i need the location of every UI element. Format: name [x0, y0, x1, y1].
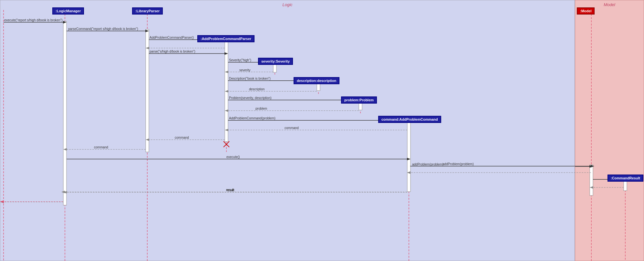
msg-result-return1-label: result: [226, 188, 234, 192]
model-svg: [575, 0, 644, 261]
diagram-svg: [0, 0, 575, 261]
svg-marker-52: [0, 201, 4, 203]
svg-rect-55: [590, 165, 593, 196]
msg-addpcp-label: AddProblemCommandParser(): [150, 36, 194, 39]
svg-rect-8: [63, 21, 67, 205]
msg-addproblemcmd-label: AddProblemCommand(problem): [229, 116, 275, 120]
model-lifeline-box: :Model: [577, 7, 595, 15]
description-box: description:description: [294, 77, 339, 84]
msg-execute2-label: execute(): [226, 155, 240, 159]
msg-execute-label: execute("report s/high d/book is broken"…: [4, 18, 63, 22]
msg-description-return-label: description: [249, 87, 265, 91]
msg-command-return2-label: command: [175, 136, 189, 139]
msg-addproblem-label: addProblem(problem): [412, 163, 443, 166]
severity-box: severity:Severity: [258, 58, 293, 65]
msg-problem-label: Problem(severity, description): [229, 96, 272, 100]
msg-command-return3-label: command: [94, 146, 108, 149]
msg-parsecommand-label: parseCommand("report s/high d/book is br…: [68, 27, 138, 31]
msg-severity-label: Severity("high"): [229, 58, 251, 62]
addpcp-box: :AddProblemCommandParser: [197, 35, 254, 42]
problem-box: problem:Problem: [341, 96, 377, 104]
command-box: command:AddProblemCommand: [378, 116, 441, 123]
msg-description-label: Description("book is broken"): [229, 77, 271, 80]
msg-command-return1-label: command: [285, 126, 299, 130]
libraryparser-box: :LibraryParser: [132, 7, 163, 15]
msg-severity-return-label: severity: [239, 68, 250, 72]
logicmanager-box: :LogicManager: [52, 7, 84, 15]
model-frame: Model :Model :CommandResult: [575, 0, 644, 261]
svg-rect-14: [407, 119, 410, 192]
msg-parse-label: parse("s/high d/book is broken"): [150, 50, 195, 53]
logic-frame: Logic: [0, 0, 575, 261]
svg-rect-56: [624, 181, 627, 191]
commandresult-box: :CommandResult: [608, 175, 643, 182]
msg-problem-return-label: problem: [255, 107, 267, 110]
sequence-diagram: Logic: [0, 0, 644, 261]
